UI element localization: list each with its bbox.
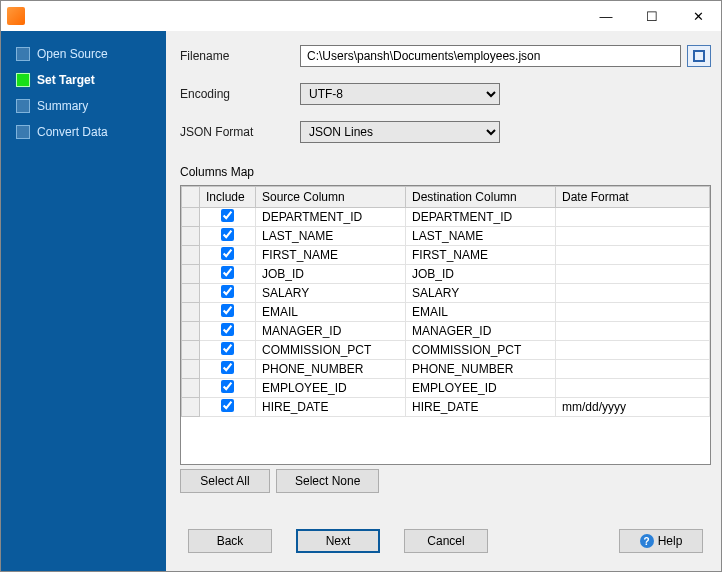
columns-map-table-wrap: Include Source Column Destination Column… (180, 185, 711, 465)
minimize-button[interactable]: — (583, 1, 629, 31)
back-button[interactable]: Back (188, 529, 272, 553)
row-header[interactable] (182, 360, 200, 379)
row-header[interactable] (182, 265, 200, 284)
sidebar-item-set-target[interactable]: Set Target (1, 67, 166, 93)
cell-source[interactable]: FIRST_NAME (256, 246, 406, 265)
cell-include (200, 322, 256, 341)
cell-dest[interactable]: EMAIL (406, 303, 556, 322)
jsonformat-label: JSON Format (180, 125, 300, 139)
cell-source[interactable]: JOB_ID (256, 265, 406, 284)
cell-dest[interactable]: LAST_NAME (406, 227, 556, 246)
col-source[interactable]: Source Column (256, 187, 406, 208)
row-header[interactable] (182, 303, 200, 322)
sidebar-item-label: Open Source (37, 47, 108, 61)
table-row: PHONE_NUMBERPHONE_NUMBER (182, 360, 710, 379)
cell-include (200, 303, 256, 322)
row-header[interactable] (182, 284, 200, 303)
sidebar-item-open-source[interactable]: Open Source (1, 41, 166, 67)
cell-datefmt[interactable]: mm/dd/yyyy (556, 398, 710, 417)
table-row: JOB_IDJOB_ID (182, 265, 710, 284)
row-header[interactable] (182, 322, 200, 341)
jsonformat-select[interactable]: JSON Lines (300, 121, 500, 143)
filename-input[interactable] (300, 45, 681, 67)
cell-datefmt[interactable] (556, 265, 710, 284)
browse-icon (693, 50, 705, 62)
cell-datefmt[interactable] (556, 284, 710, 303)
next-button[interactable]: Next (296, 529, 380, 553)
cell-source[interactable]: HIRE_DATE (256, 398, 406, 417)
cell-datefmt[interactable] (556, 379, 710, 398)
content-panel: Filename Encoding UTF-8 JSON Format JSON… (166, 31, 721, 571)
include-checkbox[interactable] (221, 342, 234, 355)
cell-include (200, 341, 256, 360)
cancel-button[interactable]: Cancel (404, 529, 488, 553)
wizard-footer: Back Next Cancel ? Help (180, 519, 711, 563)
encoding-select[interactable]: UTF-8 (300, 83, 500, 105)
cell-dest[interactable]: MANAGER_ID (406, 322, 556, 341)
cell-source[interactable]: EMAIL (256, 303, 406, 322)
sidebar-item-summary[interactable]: Summary (1, 93, 166, 119)
cell-datefmt[interactable] (556, 341, 710, 360)
cell-datefmt[interactable] (556, 360, 710, 379)
row-header[interactable] (182, 341, 200, 360)
cell-datefmt[interactable] (556, 227, 710, 246)
help-button[interactable]: ? Help (619, 529, 703, 553)
step-icon (17, 48, 29, 60)
select-none-button[interactable]: Select None (276, 469, 379, 493)
include-checkbox[interactable] (221, 247, 234, 260)
cell-source[interactable]: LAST_NAME (256, 227, 406, 246)
row-header[interactable] (182, 398, 200, 417)
cell-datefmt[interactable] (556, 208, 710, 227)
sidebar-item-label: Convert Data (37, 125, 108, 139)
step-icon (17, 74, 29, 86)
columns-map-title: Columns Map (180, 165, 711, 179)
include-checkbox[interactable] (221, 323, 234, 336)
cell-source[interactable]: PHONE_NUMBER (256, 360, 406, 379)
include-checkbox[interactable] (221, 285, 234, 298)
maximize-button[interactable]: ☐ (629, 1, 675, 31)
col-datefmt[interactable]: Date Format (556, 187, 710, 208)
wizard-sidebar: Open SourceSet TargetSummaryConvert Data (1, 31, 166, 571)
cell-dest[interactable]: SALARY (406, 284, 556, 303)
cell-include (200, 284, 256, 303)
cell-include (200, 208, 256, 227)
include-checkbox[interactable] (221, 304, 234, 317)
table-row: FIRST_NAMEFIRST_NAME (182, 246, 710, 265)
titlebar: — ☐ ✕ (1, 1, 721, 31)
col-dest[interactable]: Destination Column (406, 187, 556, 208)
cell-source[interactable]: MANAGER_ID (256, 322, 406, 341)
row-header[interactable] (182, 379, 200, 398)
cell-source[interactable]: SALARY (256, 284, 406, 303)
cell-datefmt[interactable] (556, 322, 710, 341)
include-checkbox[interactable] (221, 266, 234, 279)
include-checkbox[interactable] (221, 380, 234, 393)
row-header[interactable] (182, 208, 200, 227)
table-row: EMAILEMAIL (182, 303, 710, 322)
cell-dest[interactable]: DEPARTMENT_ID (406, 208, 556, 227)
cell-datefmt[interactable] (556, 246, 710, 265)
cell-dest[interactable]: PHONE_NUMBER (406, 360, 556, 379)
cell-datefmt[interactable] (556, 303, 710, 322)
include-checkbox[interactable] (221, 361, 234, 374)
browse-button[interactable] (687, 45, 711, 67)
step-icon (17, 126, 29, 138)
table-row: LAST_NAMELAST_NAME (182, 227, 710, 246)
cell-source[interactable]: COMMISSION_PCT (256, 341, 406, 360)
include-checkbox[interactable] (221, 228, 234, 241)
cell-dest[interactable]: EMPLOYEE_ID (406, 379, 556, 398)
cell-dest[interactable]: FIRST_NAME (406, 246, 556, 265)
table-row: MANAGER_IDMANAGER_ID (182, 322, 710, 341)
row-header[interactable] (182, 227, 200, 246)
cell-dest[interactable]: JOB_ID (406, 265, 556, 284)
select-all-button[interactable]: Select All (180, 469, 270, 493)
cell-dest[interactable]: HIRE_DATE (406, 398, 556, 417)
row-header[interactable] (182, 246, 200, 265)
cell-source[interactable]: EMPLOYEE_ID (256, 379, 406, 398)
include-checkbox[interactable] (221, 209, 234, 222)
sidebar-item-convert-data[interactable]: Convert Data (1, 119, 166, 145)
close-button[interactable]: ✕ (675, 1, 721, 31)
cell-source[interactable]: DEPARTMENT_ID (256, 208, 406, 227)
cell-dest[interactable]: COMMISSION_PCT (406, 341, 556, 360)
include-checkbox[interactable] (221, 399, 234, 412)
col-include[interactable]: Include (200, 187, 256, 208)
